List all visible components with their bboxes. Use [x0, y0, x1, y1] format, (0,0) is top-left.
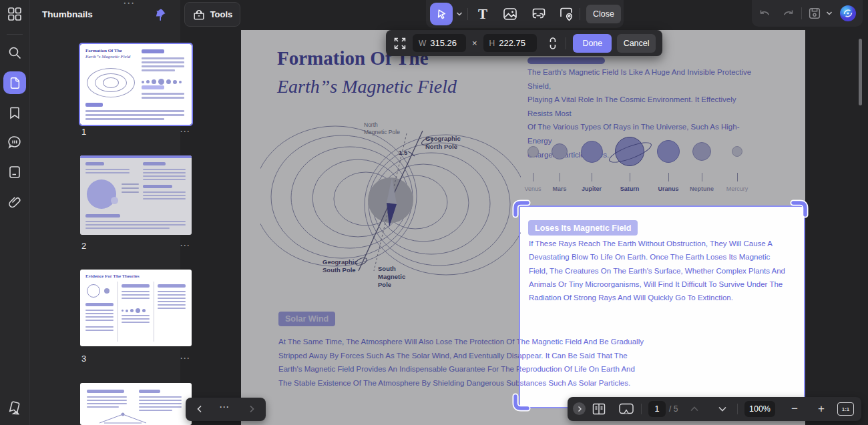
close-button[interactable]: Close	[586, 5, 621, 23]
image-tool-button[interactable]	[502, 6, 518, 22]
constrain-proportions-icon[interactable]	[546, 36, 560, 51]
prev-icon[interactable]	[195, 404, 204, 414]
resize-toolbar: W × H Done Cancel	[386, 30, 662, 56]
selected-object-frame[interactable]	[519, 205, 805, 408]
thumbnail-3-number: 3	[81, 354, 86, 364]
width-field[interactable]: W	[413, 34, 466, 52]
left-icon-rail	[0, 0, 30, 425]
toolbar-divider	[467, 8, 468, 20]
sidebar-item-thumbnails-active[interactable]	[3, 71, 26, 94]
page-dim-overlay	[241, 205, 519, 408]
previous-page-icon[interactable]	[689, 405, 700, 413]
thumbnail-2-number: 2	[81, 241, 86, 251]
height-input[interactable]	[499, 38, 531, 48]
select-tool-chevron-icon[interactable]	[455, 11, 463, 17]
expand-icon[interactable]	[393, 36, 407, 51]
zoom-input[interactable]	[744, 404, 775, 414]
zoom-out-button[interactable]: −	[788, 401, 801, 417]
attachments-icon[interactable]	[7, 195, 22, 209]
page-thumbnails-icon	[8, 76, 21, 89]
comments-icon[interactable]	[7, 135, 22, 149]
thumbnail-3-more-icon[interactable]: ⋯	[180, 352, 190, 364]
done-button[interactable]: Done	[573, 34, 612, 53]
height-label: H	[489, 39, 495, 48]
link-tool-button[interactable]	[531, 6, 547, 22]
selection-handle-top-left[interactable]	[512, 199, 531, 218]
panel-drag-handle[interactable]: ⋯	[123, 0, 136, 10]
toolbar-divider	[641, 404, 642, 414]
zoom-in-button[interactable]: +	[815, 401, 828, 417]
select-tool-button[interactable]	[430, 3, 453, 25]
save-options-chevron-icon[interactable]	[825, 10, 833, 17]
zoom-field[interactable]	[744, 401, 775, 417]
next-icon[interactable]	[247, 404, 256, 414]
thumbnail-1-more-icon[interactable]: ⋯	[180, 125, 190, 137]
thumbnail-1-number: 1	[81, 127, 86, 137]
thumb3-title: Evidence For The Theories	[85, 274, 140, 279]
next-page-icon[interactable]	[717, 405, 728, 413]
height-field[interactable]: H	[483, 34, 537, 52]
page-edit-icon[interactable]	[7, 165, 22, 179]
page-view-icon[interactable]	[592, 402, 606, 416]
thumbnail-page-4[interactable]	[80, 383, 192, 425]
page-dim-overlay	[241, 30, 805, 205]
selection-handle-top-right[interactable]	[790, 199, 809, 218]
account-avatar[interactable]	[839, 5, 857, 22]
thumbnail-page-2[interactable]	[80, 155, 192, 235]
toolbar-divider	[737, 404, 738, 414]
pdf-editor-window: Formation Of The Earth”s Magnetic Field …	[0, 0, 868, 425]
thumbnail-2-more-icon[interactable]: ⋯	[180, 240, 190, 252]
selection-handle-bottom-left[interactable]	[512, 393, 531, 412]
panel-title: Thumbnails	[42, 9, 93, 19]
text-tool-button[interactable]: T	[475, 6, 491, 22]
cancel-button[interactable]: Cancel	[617, 34, 656, 53]
page-total-label: / 5	[669, 404, 678, 414]
toolbar-divider	[580, 8, 580, 20]
thumb4-diagram	[96, 412, 150, 424]
undo-icon[interactable]	[757, 6, 772, 21]
more-pages-icon[interactable]: ⋯	[219, 401, 230, 413]
brand-icon[interactable]	[7, 401, 22, 416]
search-icon[interactable]	[7, 45, 22, 60]
save-icon[interactable]	[807, 6, 822, 21]
vertical-scrollbar-thumb[interactable]	[859, 39, 862, 105]
bookmarks-icon[interactable]	[7, 105, 22, 120]
page-nav-mini-bar: ⋯	[186, 398, 266, 421]
rail-divider	[7, 34, 23, 35]
width-input[interactable]	[430, 38, 462, 48]
width-label: W	[419, 39, 426, 48]
history-toolbar	[752, 0, 863, 27]
toolbox-icon	[192, 8, 206, 21]
location-tool-button[interactable]	[558, 6, 574, 22]
redo-icon[interactable]	[781, 6, 796, 21]
toolbar-divider	[566, 37, 566, 49]
page-number-field[interactable]	[648, 401, 666, 417]
chevron-right-icon	[576, 406, 583, 412]
thumbnails-panel: ⋯ Thumbnails Formation Of The Earth”s Ma…	[30, 0, 180, 425]
tools-label: Tools	[210, 9, 233, 19]
thumbnail-page-1[interactable]: Formation Of The Earth”s Magnetic Field	[80, 44, 192, 125]
tools-button[interactable]: Tools	[184, 2, 240, 27]
cursor-icon	[435, 7, 448, 21]
multiply-glyph: ×	[472, 38, 477, 48]
thumbnail-page-3[interactable]: Evidence For The Theories	[80, 270, 192, 346]
app-menu-icon[interactable]	[7, 7, 22, 21]
expand-bar-button[interactable]	[573, 402, 586, 415]
page-number-input[interactable]	[648, 404, 666, 414]
view-controls-bar: / 5 − + 1:1	[568, 397, 861, 421]
thumb1-title: Formation Of The	[85, 48, 122, 53]
toolbar-divider	[801, 7, 802, 19]
actual-size-button[interactable]: 1:1	[837, 402, 854, 416]
presentation-icon[interactable]	[618, 402, 634, 416]
edit-toolbar: T Close	[426, 0, 624, 28]
pin-icon[interactable]	[153, 7, 168, 21]
